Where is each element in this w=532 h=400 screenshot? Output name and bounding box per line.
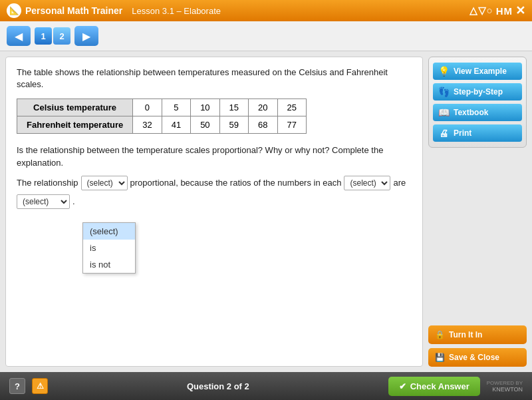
top-bar: 📐 Personal Math Trainer Lesson 3.1 – Ela…: [0, 0, 532, 21]
table-cell-f50: 50: [191, 116, 219, 134]
table-cell-f59: 59: [219, 116, 248, 134]
hm-icons: △▽○: [469, 5, 493, 17]
print-icon: 🖨: [438, 128, 450, 138]
view-example-icon: 💡: [438, 66, 450, 77]
intro-text: The table shows the relationship between…: [17, 67, 412, 91]
answer-row-1: The relationship (select) is is not prop…: [17, 176, 412, 190]
period: .: [72, 196, 75, 206]
select-proportional[interactable]: (select) is is not: [81, 176, 128, 190]
page-1-indicator[interactable]: 1: [35, 27, 52, 45]
nav-bar: ◀ 1 2 ▶: [0, 21, 532, 51]
textbook-label: Textbook: [454, 108, 488, 117]
sub-question-text: Is the relationship between the temperat…: [17, 144, 412, 168]
dropdown-option-select[interactable]: (select): [83, 223, 135, 240]
sidebar-bottom: 🔒 Turn It In 💾 Save & Close: [428, 325, 527, 367]
table-cell-f68: 68: [249, 116, 277, 134]
app-name: Personal Math Trainer: [25, 5, 122, 16]
hm-label: HM: [496, 5, 513, 17]
close-button[interactable]: ✕: [515, 5, 525, 17]
table-cell-c0: 0: [133, 99, 162, 116]
sidebar-card: 💡 View Example 👣 Step-by-Step 📖 Textbook…: [428, 57, 527, 148]
view-example-label: View Example: [454, 67, 507, 76]
answer-row-2: (select) equal not equal .: [17, 194, 412, 209]
forward-arrow-icon: ▶: [82, 30, 90, 43]
table-cell-f77: 77: [277, 116, 306, 134]
page-2-indicator[interactable]: 2: [53, 27, 70, 45]
save-icon: 💾: [435, 353, 445, 362]
dropdown-menu: (select) is is not: [82, 222, 136, 274]
step-by-step-icon: 👣: [438, 87, 450, 97]
check-answer-button[interactable]: ✔ Check Answer: [388, 377, 480, 396]
table-cell-celsius-label: Celsius temperature: [17, 99, 133, 116]
print-button[interactable]: 🖨 Print: [433, 124, 522, 142]
turn-it-in-button[interactable]: 🔒 Turn It In: [428, 325, 527, 344]
step-by-step-button[interactable]: 👣 Step-by-Step: [433, 83, 522, 100]
dropdown-option-is[interactable]: is: [83, 240, 135, 256]
back-arrow-icon: ◀: [15, 30, 23, 43]
table-cell-fahrenheit-label: Fahrenheit temperature: [17, 116, 133, 134]
table-cell-f41: 41: [162, 116, 190, 134]
knewton-text: KNEWTON: [487, 386, 523, 393]
bottom-bar: ? ⚠ Question 2 of 2 ✔ Check Answer POWER…: [0, 372, 532, 400]
print-label: Print: [454, 128, 471, 138]
select-equal[interactable]: (select) equal not equal: [17, 194, 70, 209]
right-sidebar: 💡 View Example 👣 Step-by-Step 📖 Textbook…: [428, 57, 527, 367]
warning-button[interactable]: ⚠: [32, 378, 48, 394]
textbook-icon: 📖: [438, 107, 450, 118]
help-button[interactable]: ?: [9, 378, 25, 394]
dropdown-option-is-not[interactable]: is not: [83, 256, 135, 273]
top-bar-right: △▽○ HM ✕: [469, 5, 525, 17]
step-by-step-label: Step-by-Step: [454, 87, 503, 97]
check-icon: ✔: [399, 381, 406, 391]
select-ratios[interactable]: (select) row column: [344, 176, 390, 190]
check-answer-label: Check Answer: [410, 381, 469, 391]
logo-icon: 📐: [7, 3, 21, 18]
turn-in-icon: 🔒: [435, 330, 445, 339]
view-example-button[interactable]: 💡 View Example: [433, 63, 522, 80]
answer-mid-text: proportional, because the ratios of the …: [130, 178, 342, 188]
main-content: The table shows the relationship between…: [0, 51, 532, 372]
content-panel: The table shows the relationship between…: [5, 57, 423, 367]
powered-by-text: POWERED BY: [487, 380, 523, 386]
back-button[interactable]: ◀: [7, 26, 31, 46]
question-count: Question 2 of 2: [55, 381, 382, 391]
table-data-row: Fahrenheit temperature 32 41 50 59 68 77: [17, 116, 307, 134]
textbook-button[interactable]: 📖 Textbook: [433, 104, 522, 121]
answer-post-text: are: [393, 178, 406, 188]
answer-pre-text: The relationship: [17, 178, 78, 188]
forward-button[interactable]: ▶: [74, 26, 98, 46]
page-indicator: 1 2: [35, 27, 70, 45]
table-cell-c20: 20: [249, 99, 277, 116]
table-cell-c25: 25: [277, 99, 306, 116]
knewton-logo: POWERED BY KNEWTON: [487, 380, 523, 393]
app-logo: 📐 Personal Math Trainer: [7, 3, 122, 18]
table-cell-f32: 32: [133, 116, 162, 134]
table-cell-c15: 15: [219, 99, 248, 116]
temperature-table: Celsius temperature 0 5 10 15 20 25 Fahr…: [17, 99, 307, 134]
turn-in-label: Turn It In: [449, 330, 482, 339]
table-cell-c5: 5: [162, 99, 190, 116]
table-header-row: Celsius temperature 0 5 10 15 20 25: [17, 99, 307, 116]
lesson-title: Lesson 3.1 – Elaborate: [132, 6, 221, 16]
save-close-button[interactable]: 💾 Save & Close: [428, 348, 527, 367]
save-close-label: Save & Close: [449, 353, 499, 362]
table-cell-c10: 10: [191, 99, 219, 116]
